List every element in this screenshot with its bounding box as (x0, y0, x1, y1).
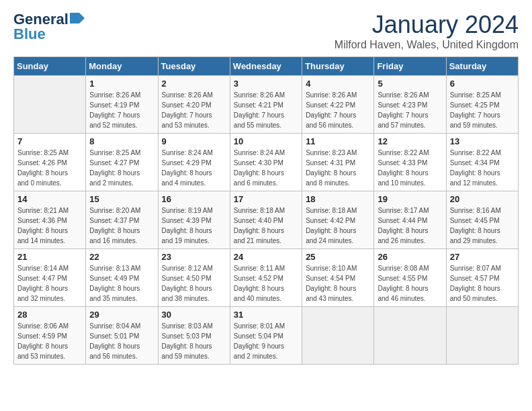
day-info: Sunrise: 8:06 AM Sunset: 4:59 PM Dayligh… (17, 321, 82, 361)
day-info: Sunrise: 8:01 AM Sunset: 5:04 PM Dayligh… (234, 321, 298, 361)
header-day: Friday (374, 57, 446, 76)
day-number: 17 (234, 194, 298, 204)
calendar-cell: 6Sunrise: 8:25 AM Sunset: 4:25 PM Daylig… (446, 76, 518, 134)
svg-marker-0 (70, 13, 85, 24)
day-number: 3 (234, 79, 298, 89)
day-number: 6 (450, 79, 515, 89)
day-info: Sunrise: 8:20 AM Sunset: 4:37 PM Dayligh… (89, 205, 154, 246)
month-title: January 2024 (335, 11, 519, 39)
day-info: Sunrise: 8:25 AM Sunset: 4:26 PM Dayligh… (17, 148, 82, 188)
calendar-cell: 27Sunrise: 8:07 AM Sunset: 4:57 PM Dayli… (446, 249, 518, 307)
calendar-cell: 23Sunrise: 8:12 AM Sunset: 4:50 PM Dayli… (158, 249, 230, 307)
day-info: Sunrise: 8:17 AM Sunset: 4:44 PM Dayligh… (378, 205, 442, 246)
calendar-cell: 14Sunrise: 8:21 AM Sunset: 4:36 PM Dayli… (14, 191, 86, 249)
day-info: Sunrise: 8:23 AM Sunset: 4:31 PM Dayligh… (306, 148, 370, 188)
page-header: General Blue January 2024 Milford Haven,… (13, 11, 519, 51)
location: Milford Haven, Wales, United Kingdom (335, 39, 519, 51)
day-info: Sunrise: 8:26 AM Sunset: 4:19 PM Dayligh… (89, 90, 154, 130)
header-day: Sunday (14, 57, 86, 76)
calendar-cell: 24Sunrise: 8:11 AM Sunset: 4:52 PM Dayli… (230, 249, 302, 307)
calendar-cell: 13Sunrise: 8:22 AM Sunset: 4:34 PM Dayli… (446, 134, 518, 191)
calendar-cell: 22Sunrise: 8:13 AM Sunset: 4:49 PM Dayli… (86, 249, 158, 307)
logo-blue: Blue (13, 26, 46, 43)
calendar-cell (446, 307, 518, 365)
header-day: Thursday (302, 57, 374, 76)
day-number: 28 (17, 310, 82, 320)
day-number: 27 (450, 252, 515, 262)
header-day: Saturday (446, 57, 518, 76)
day-info: Sunrise: 8:14 AM Sunset: 4:47 PM Dayligh… (17, 263, 82, 304)
calendar-table: SundayMondayTuesdayWednesdayThursdayFrid… (13, 56, 519, 365)
day-number: 18 (306, 194, 370, 204)
calendar-week: 28Sunrise: 8:06 AM Sunset: 4:59 PM Dayli… (14, 307, 519, 365)
calendar-cell: 10Sunrise: 8:24 AM Sunset: 4:30 PM Dayli… (230, 134, 302, 191)
day-info: Sunrise: 8:12 AM Sunset: 4:50 PM Dayligh… (162, 263, 226, 304)
calendar-body: 1Sunrise: 8:26 AM Sunset: 4:19 PM Daylig… (14, 76, 519, 365)
day-number: 9 (162, 136, 226, 146)
logo: General Blue (13, 11, 85, 43)
calendar-cell: 31Sunrise: 8:01 AM Sunset: 5:04 PM Dayli… (230, 307, 302, 365)
day-number: 4 (306, 79, 370, 89)
day-number: 15 (89, 194, 154, 204)
day-info: Sunrise: 8:03 AM Sunset: 5:03 PM Dayligh… (162, 321, 226, 361)
calendar-week: 1Sunrise: 8:26 AM Sunset: 4:19 PM Daylig… (14, 76, 519, 134)
calendar-cell: 30Sunrise: 8:03 AM Sunset: 5:03 PM Dayli… (158, 307, 230, 365)
calendar-cell: 15Sunrise: 8:20 AM Sunset: 4:37 PM Dayli… (86, 191, 158, 249)
day-number: 24 (234, 252, 298, 262)
calendar-cell: 17Sunrise: 8:18 AM Sunset: 4:40 PM Dayli… (230, 191, 302, 249)
day-number: 30 (162, 310, 226, 320)
day-info: Sunrise: 8:16 AM Sunset: 4:45 PM Dayligh… (450, 205, 515, 246)
day-info: Sunrise: 8:13 AM Sunset: 4:49 PM Dayligh… (89, 263, 154, 304)
day-info: Sunrise: 8:04 AM Sunset: 5:01 PM Dayligh… (89, 321, 154, 361)
calendar-cell: 16Sunrise: 8:19 AM Sunset: 4:39 PM Dayli… (158, 191, 230, 249)
calendar-cell: 2Sunrise: 8:26 AM Sunset: 4:20 PM Daylig… (158, 76, 230, 134)
calendar-cell: 8Sunrise: 8:25 AM Sunset: 4:27 PM Daylig… (86, 134, 158, 191)
calendar-cell: 11Sunrise: 8:23 AM Sunset: 4:31 PM Dayli… (302, 134, 374, 191)
header-day: Tuesday (158, 57, 230, 76)
day-number: 14 (17, 194, 82, 204)
calendar-cell (302, 307, 374, 365)
day-number: 31 (234, 310, 298, 320)
calendar-cell: 7Sunrise: 8:25 AM Sunset: 4:26 PM Daylig… (14, 134, 86, 191)
calendar-cell: 1Sunrise: 8:26 AM Sunset: 4:19 PM Daylig… (86, 76, 158, 134)
day-number: 25 (306, 252, 370, 262)
day-number: 2 (162, 79, 226, 89)
calendar-cell (14, 76, 86, 134)
calendar-cell: 29Sunrise: 8:04 AM Sunset: 5:01 PM Dayli… (86, 307, 158, 365)
day-info: Sunrise: 8:11 AM Sunset: 4:52 PM Dayligh… (234, 263, 298, 304)
day-info: Sunrise: 8:24 AM Sunset: 4:30 PM Dayligh… (234, 148, 298, 188)
day-number: 1 (89, 79, 154, 89)
calendar-week: 7Sunrise: 8:25 AM Sunset: 4:26 PM Daylig… (14, 134, 519, 191)
day-number: 5 (378, 79, 442, 89)
calendar-cell: 3Sunrise: 8:26 AM Sunset: 4:21 PM Daylig… (230, 76, 302, 134)
title-block: January 2024 Milford Haven, Wales, Unite… (335, 11, 519, 51)
day-info: Sunrise: 8:26 AM Sunset: 4:20 PM Dayligh… (162, 90, 226, 130)
day-number: 8 (89, 136, 154, 146)
day-info: Sunrise: 8:26 AM Sunset: 4:21 PM Dayligh… (234, 90, 298, 130)
calendar-cell: 28Sunrise: 8:06 AM Sunset: 4:59 PM Dayli… (14, 307, 86, 365)
calendar-week: 14Sunrise: 8:21 AM Sunset: 4:36 PM Dayli… (14, 191, 519, 249)
calendar-cell: 9Sunrise: 8:24 AM Sunset: 4:29 PM Daylig… (158, 134, 230, 191)
day-number: 13 (450, 136, 515, 146)
calendar-cell: 25Sunrise: 8:10 AM Sunset: 4:54 PM Dayli… (302, 249, 374, 307)
day-number: 19 (378, 194, 442, 204)
header-row: SundayMondayTuesdayWednesdayThursdayFrid… (14, 57, 519, 76)
day-info: Sunrise: 8:25 AM Sunset: 4:25 PM Dayligh… (450, 90, 515, 130)
day-info: Sunrise: 8:26 AM Sunset: 4:22 PM Dayligh… (306, 90, 370, 130)
day-number: 11 (306, 136, 370, 146)
logo-icon (70, 13, 85, 24)
day-info: Sunrise: 8:08 AM Sunset: 4:55 PM Dayligh… (378, 263, 442, 304)
day-info: Sunrise: 8:22 AM Sunset: 4:34 PM Dayligh… (450, 148, 515, 188)
day-info: Sunrise: 8:10 AM Sunset: 4:54 PM Dayligh… (306, 263, 370, 304)
calendar-cell: 5Sunrise: 8:26 AM Sunset: 4:23 PM Daylig… (374, 76, 446, 134)
calendar-week: 21Sunrise: 8:14 AM Sunset: 4:47 PM Dayli… (14, 249, 519, 307)
day-number: 20 (450, 194, 515, 204)
header-day: Monday (86, 57, 158, 76)
calendar-cell: 20Sunrise: 8:16 AM Sunset: 4:45 PM Dayli… (446, 191, 518, 249)
day-number: 26 (378, 252, 442, 262)
day-info: Sunrise: 8:21 AM Sunset: 4:36 PM Dayligh… (17, 205, 82, 246)
day-number: 7 (17, 136, 82, 146)
day-info: Sunrise: 8:18 AM Sunset: 4:40 PM Dayligh… (234, 205, 298, 246)
page-container: General Blue January 2024 Milford Haven,… (0, 0, 532, 375)
header-day: Wednesday (230, 57, 302, 76)
